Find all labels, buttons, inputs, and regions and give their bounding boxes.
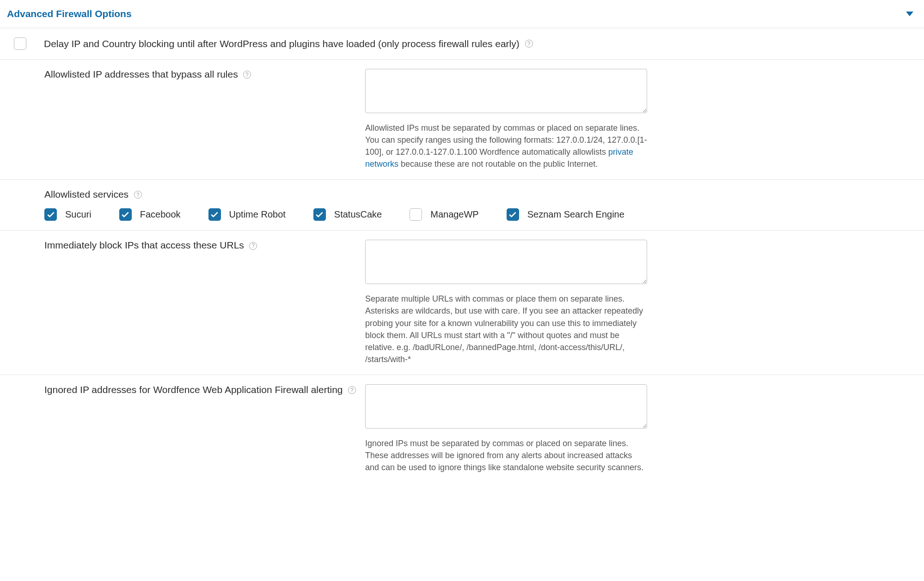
block-urls-label: Immediately block IPs that access these … [44,240,244,250]
help-icon[interactable]: ? [348,386,356,394]
service-item-facebook: Facebook [119,208,181,221]
help-text-pre: Allowlisted IPs must be separated by com… [365,123,647,157]
delay-blocking-section: Delay IP and Country blocking until afte… [0,28,924,60]
service-label: Facebook [140,209,181,220]
service-checkbox-uptime-robot[interactable] [208,208,221,221]
ignored-ips-label: Ignored IP addresses for Wordfence Web A… [44,384,343,395]
ignored-ips-help: Ignored IPs must be separated by commas … [365,437,647,473]
allowlisted-services-section: Allowlisted services ? Sucuri Facebook U… [0,180,924,230]
help-icon[interactable]: ? [525,40,533,48]
delay-blocking-label: Delay IP and Country blocking until afte… [44,38,520,49]
service-item-managewp: ManageWP [410,208,479,221]
block-urls-section: Immediately block IPs that access these … [0,230,924,375]
allowlisted-services-label: Allowlisted services [44,189,129,200]
service-label: Uptime Robot [229,209,286,220]
allowlisted-ips-label: Allowlisted IP addresses that bypass all… [44,69,238,79]
section-title: Advanced Firewall Options [7,8,132,19]
service-item-uptime-robot: Uptime Robot [208,208,286,221]
chevron-down-icon[interactable] [906,12,913,16]
delay-blocking-checkbox[interactable] [14,37,26,50]
help-icon[interactable]: ? [134,191,142,199]
service-checkbox-facebook[interactable] [119,208,132,221]
service-label: Sucuri [65,209,92,220]
allowlisted-ips-help: Allowlisted IPs must be separated by com… [365,122,647,170]
ignored-ips-textarea[interactable] [365,384,647,429]
block-urls-help: Separate multiple URLs with commas or pl… [365,293,647,365]
service-label: Seznam Search Engine [527,209,624,220]
service-checkbox-statuscake[interactable] [313,208,326,221]
ignored-ips-section: Ignored IP addresses for Wordfence Web A… [0,375,924,483]
service-label: StatusCake [334,209,382,220]
help-icon[interactable]: ? [243,71,251,79]
service-item-seznam: Seznam Search Engine [507,208,624,221]
service-checkbox-sucuri[interactable] [44,208,57,221]
service-checkbox-seznam[interactable] [507,208,519,221]
service-item-statuscake: StatusCake [313,208,382,221]
help-text-post: because these are not routable on the pu… [398,159,598,169]
help-icon[interactable]: ? [249,242,257,250]
allowlisted-ips-textarea[interactable] [365,69,647,113]
section-header[interactable]: Advanced Firewall Options [0,0,924,28]
block-urls-textarea[interactable] [365,240,647,284]
service-checkbox-managewp[interactable] [410,208,422,221]
allowlisted-ips-section: Allowlisted IP addresses that bypass all… [0,60,924,180]
service-item-sucuri: Sucuri [44,208,92,221]
service-label: ManageWP [430,209,479,220]
services-row: Sucuri Facebook Uptime Robot StatusCake … [44,208,917,221]
